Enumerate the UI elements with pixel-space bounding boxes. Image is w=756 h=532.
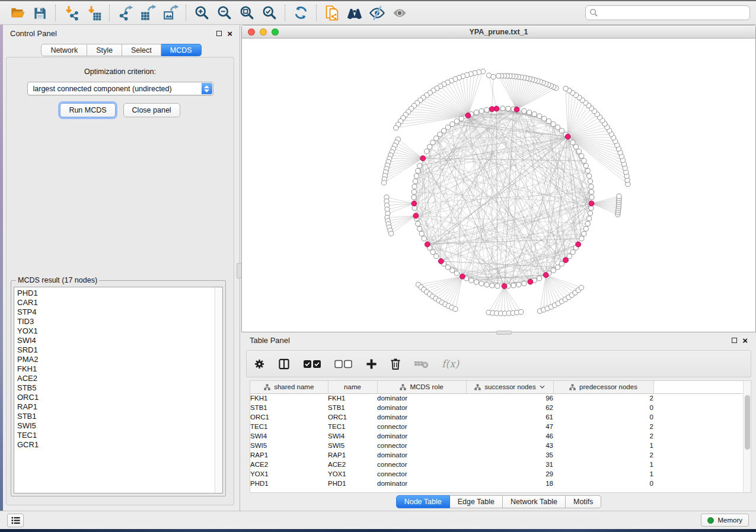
close-panel-icon[interactable]: × bbox=[227, 31, 232, 36]
window-close-icon[interactable] bbox=[248, 28, 255, 36]
delete-table-button-disabled bbox=[414, 359, 429, 369]
delete-column-button[interactable] bbox=[390, 358, 401, 370]
table-row[interactable]: PHD1PHD1dominator180 bbox=[250, 479, 744, 488]
table-row[interactable]: TEC1TEC1connector472 bbox=[250, 422, 744, 431]
table-panel: Table Panel × bbox=[241, 332, 756, 511]
window-minimize-icon[interactable] bbox=[260, 28, 267, 36]
tab-style[interactable]: Style bbox=[87, 44, 122, 56]
close-table-panel-icon[interactable]: × bbox=[742, 338, 748, 343]
toolbar-separator bbox=[285, 5, 285, 21]
show-task-history-button[interactable] bbox=[7, 514, 24, 527]
mcds-result-item[interactable]: STB1 bbox=[17, 412, 222, 421]
window-zoom-icon[interactable] bbox=[272, 28, 279, 36]
mcds-result-item[interactable]: ORC1 bbox=[17, 393, 222, 402]
mcds-result-item[interactable]: YOX1 bbox=[17, 326, 222, 336]
table-row[interactable]: YOX1YOX1connector291 bbox=[250, 469, 744, 479]
mcds-list-scrollbar[interactable] bbox=[215, 287, 222, 493]
table-row[interactable]: ACE2ACE2connector311 bbox=[250, 460, 744, 469]
mcds-result-item[interactable]: ACE2 bbox=[17, 374, 222, 383]
mcds-result-item[interactable]: TEC1 bbox=[17, 431, 222, 440]
export-network-button[interactable] bbox=[114, 3, 136, 23]
tab-motifs[interactable]: Motifs bbox=[566, 495, 601, 508]
column-header-mcds-role[interactable]: MCDS role bbox=[377, 381, 466, 393]
duplicate-network-button[interactable] bbox=[321, 3, 343, 23]
tab-select[interactable]: Select bbox=[122, 44, 161, 56]
table-row[interactable]: FKH1FKH1dominator962 bbox=[250, 393, 744, 403]
column-header-name[interactable]: name bbox=[328, 381, 377, 393]
table-cell bbox=[653, 450, 744, 460]
column-header-predecessor-nodes[interactable]: predecessor nodes bbox=[553, 381, 653, 393]
column-header-successor-nodes[interactable]: successor nodes bbox=[466, 381, 553, 393]
zoom-in-button[interactable] bbox=[190, 3, 213, 23]
mcds-result-item[interactable]: PHD1 bbox=[17, 289, 222, 298]
mcds-result-item[interactable]: SWI4 bbox=[17, 336, 222, 345]
table-row[interactable]: SWI5SWI5connector431 bbox=[250, 441, 744, 450]
memory-button[interactable]: Memory bbox=[701, 514, 749, 527]
mcds-result-item[interactable]: RAP1 bbox=[17, 402, 222, 412]
tab-mcds[interactable]: MCDS bbox=[161, 44, 202, 56]
table-row[interactable]: SWI4SWI4dominator462 bbox=[250, 431, 744, 441]
close-panel-button[interactable]: Close panel bbox=[123, 103, 180, 117]
mcds-result-item[interactable]: GCR1 bbox=[17, 440, 222, 450]
network-window-titlebar: YPA_prune.txt_1 bbox=[242, 25, 755, 39]
network-canvas[interactable] bbox=[242, 39, 755, 332]
select-all-rows-button[interactable] bbox=[303, 360, 321, 368]
table-cell: 2 bbox=[553, 450, 653, 460]
mcds-result-item[interactable]: SWI5 bbox=[17, 421, 222, 431]
status-bar: Memory bbox=[0, 511, 756, 529]
float-panel-icon[interactable] bbox=[216, 31, 222, 36]
mcds-result-item[interactable]: SRD1 bbox=[17, 345, 222, 355]
horizontal-splitter-handle[interactable] bbox=[496, 331, 512, 335]
run-mcds-button[interactable]: Run MCDS bbox=[60, 103, 115, 117]
deselect-all-rows-button[interactable] bbox=[334, 360, 353, 368]
zoom-selected-icon bbox=[261, 5, 277, 21]
mcds-result-item[interactable]: STB5 bbox=[17, 383, 222, 393]
table-cell: 29 bbox=[466, 469, 553, 479]
table-scrollbar-thumb[interactable] bbox=[745, 395, 750, 450]
table-settings-button[interactable] bbox=[254, 358, 265, 370]
column-header-shared-name[interactable]: shared name bbox=[250, 381, 328, 393]
table-cell: PHD1 bbox=[328, 479, 377, 488]
table-row[interactable]: STB1STB1dominator620 bbox=[250, 403, 744, 412]
table-cell: 0 bbox=[553, 479, 653, 488]
table-scrollbar[interactable] bbox=[743, 381, 751, 492]
mcds-result-item[interactable]: PMA2 bbox=[17, 355, 222, 364]
tab-network[interactable]: Network bbox=[41, 44, 87, 56]
node-table-container: shared name name MCDS role successor nod… bbox=[250, 380, 751, 493]
add-column-button[interactable] bbox=[366, 358, 377, 370]
table-cell bbox=[653, 393, 744, 403]
refresh-view-button[interactable] bbox=[289, 3, 312, 23]
mcds-result-item[interactable]: FKH1 bbox=[17, 364, 222, 374]
zoom-selected-button[interactable] bbox=[258, 3, 280, 23]
save-session-button[interactable] bbox=[28, 3, 51, 23]
table-row[interactable]: RAP1RAP1dominator352 bbox=[250, 450, 744, 460]
export-image-button[interactable] bbox=[159, 3, 181, 23]
float-table-panel-icon[interactable] bbox=[732, 338, 737, 343]
show-columns-button[interactable] bbox=[278, 358, 290, 370]
import-network-button[interactable] bbox=[60, 3, 82, 23]
mcds-result-item[interactable]: TID3 bbox=[17, 317, 222, 326]
tab-network-table[interactable]: Network Table bbox=[503, 495, 566, 508]
import-table-button[interactable] bbox=[82, 3, 105, 23]
tab-edge-table[interactable]: Edge Table bbox=[450, 495, 503, 508]
select-stepper-icon bbox=[202, 83, 212, 94]
optimization-criterion-select[interactable]: largest connected component (undirected) bbox=[27, 82, 213, 95]
zoom-out-button[interactable] bbox=[213, 3, 235, 23]
table-cell: 2 bbox=[553, 431, 653, 441]
table-cell bbox=[653, 479, 744, 488]
tab-node-table[interactable]: Node Table bbox=[396, 495, 450, 508]
hide-selected-button[interactable] bbox=[366, 3, 388, 23]
mcds-result-list-container: PHD1CAR1STP4TID3YOX1SWI4SRD1PMA2FKH1ACE2… bbox=[14, 287, 223, 493]
network-view-window: YPA_prune.txt_1 bbox=[241, 25, 756, 332]
mcds-result-item[interactable]: STP4 bbox=[17, 307, 222, 317]
search-input[interactable] bbox=[585, 5, 750, 20]
first-neighbors-button[interactable] bbox=[343, 3, 366, 23]
show-all-button[interactable] bbox=[388, 3, 411, 23]
refresh-icon bbox=[293, 5, 309, 21]
open-session-button[interactable] bbox=[6, 3, 28, 23]
mcds-result-item[interactable]: CAR1 bbox=[17, 298, 222, 307]
sort-chevron-icon bbox=[540, 385, 545, 389]
table-row[interactable]: ORC1ORC1dominator610 bbox=[250, 412, 744, 422]
export-table-button[interactable] bbox=[136, 3, 159, 23]
zoom-fit-button[interactable] bbox=[235, 3, 258, 23]
